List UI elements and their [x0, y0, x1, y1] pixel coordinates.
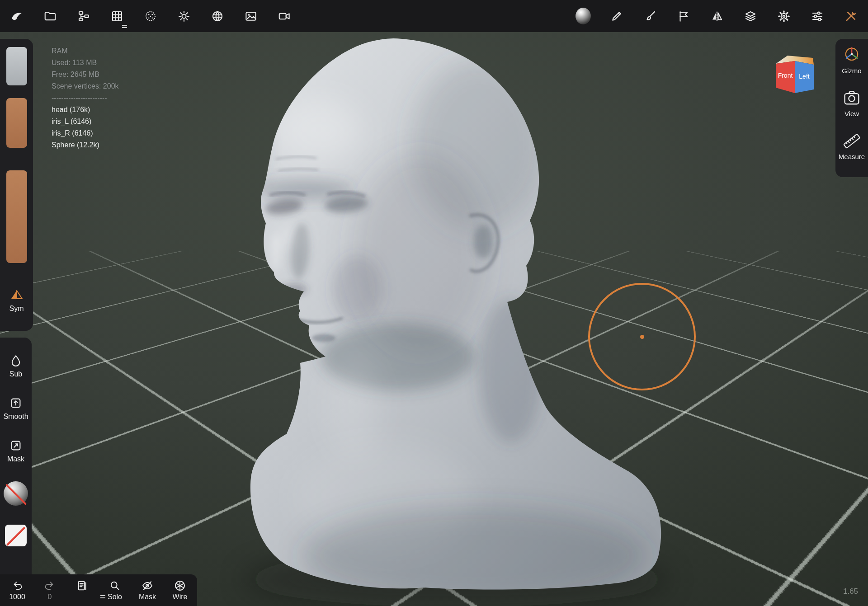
interface-button[interactable] [810, 9, 825, 24]
gizmo-orbit-icon [842, 45, 862, 65]
tools-wrench-icon [844, 9, 858, 23]
material-sphere-icon [576, 8, 591, 24]
lighting-button[interactable] [176, 9, 192, 24]
stats-ram-title: RAM [52, 45, 119, 57]
layers-icon [744, 9, 757, 23]
solo-label: Solo [108, 593, 122, 601]
brush-cursor-ring [588, 283, 696, 390]
stats-overlay: RAM Used: 113 MB Free: 2645 MB Scene ver… [52, 45, 119, 151]
view-label: View [844, 110, 859, 117]
intensity-slider[interactable] [6, 98, 27, 148]
sun-icon [177, 9, 191, 23]
brush-cursor-dot [640, 335, 644, 339]
scene-graph-icon [77, 9, 90, 23]
tools-button[interactable] [843, 9, 859, 24]
background-image-button[interactable] [243, 9, 259, 24]
measure-label: Measure [839, 153, 865, 160]
sliders-icon [811, 9, 824, 23]
view-tools-panel: Gizmo View Measure [835, 39, 868, 177]
subdivision-button[interactable]: Sub [9, 354, 23, 378]
scene-graph-button[interactable] [76, 9, 91, 24]
scene-object-iris-r: iris_R (6146) [52, 127, 119, 139]
mask-visibility-label: Mask [139, 593, 156, 601]
smooth-label: Smooth [3, 413, 28, 421]
cube-front-label: Front [778, 72, 793, 79]
stats-divider: ----------------------- [52, 92, 119, 104]
ruler-icon [842, 131, 862, 151]
undo-icon [11, 579, 24, 592]
environment-button[interactable] [210, 9, 225, 24]
grid-icon [110, 9, 124, 23]
sculpt-model[interactable] [0, 0, 868, 606]
color-disabled-swatch[interactable] [5, 525, 27, 546]
wireframe-button[interactable]: Wire [164, 579, 196, 601]
top-toolbar-right [576, 9, 859, 24]
top-toolbar [0, 0, 868, 32]
gizmo-label: Gizmo [842, 67, 861, 75]
matcap-disabled-swatch[interactable] [4, 481, 28, 506]
color-swatch-slider[interactable] [6, 170, 27, 263]
stamp-flag-icon [677, 9, 690, 23]
mask-tool-button[interactable]: Mask [7, 439, 24, 463]
undo-count: 1000 [9, 593, 25, 601]
stamp-button[interactable] [676, 9, 691, 24]
bottom-toolbar: 1000 0 Solo [0, 574, 197, 606]
measure-button[interactable]: Measure [839, 131, 865, 160]
app-logo-icon [10, 9, 24, 23]
stroke-button[interactable] [609, 9, 624, 24]
camera-record-button[interactable] [277, 9, 292, 24]
symmetry-triangle-icon [10, 288, 24, 302]
disabled-slash-icon [6, 527, 25, 546]
layers-button[interactable] [743, 9, 758, 24]
smooth-box-icon [9, 396, 23, 410]
undo-button[interactable]: 1000 [1, 579, 33, 601]
history-button[interactable] [66, 579, 99, 601]
mask-visibility-button[interactable]: Mask [131, 579, 164, 601]
symmetry-button[interactable] [709, 9, 725, 24]
solo-button[interactable]: Solo [99, 579, 131, 601]
scene-object-head: head (176k) [52, 104, 119, 116]
stats-used: Used: 113 MB [52, 57, 119, 69]
video-camera-icon [278, 9, 291, 23]
wireframe-sphere-icon [174, 579, 186, 592]
history-pages-icon [76, 579, 89, 592]
gear-icon [777, 9, 791, 23]
voxel-button[interactable] [143, 9, 158, 24]
disabled-slash-icon [5, 484, 26, 505]
symmetry-toggle[interactable]: Sym [9, 288, 24, 313]
settings-button[interactable] [776, 9, 792, 24]
droplet-icon [9, 354, 23, 367]
files-button[interactable] [42, 9, 58, 24]
painting-button[interactable] [642, 9, 658, 24]
orientation-cube[interactable]: Front Left [771, 52, 818, 98]
symmetry-label: Sym [9, 305, 24, 313]
redo-count: 0 [48, 593, 52, 601]
cube-left-label: Left [799, 73, 809, 80]
stats-vertices: Scene vertices: 200k [52, 80, 119, 92]
mask-box-icon [9, 439, 23, 452]
topology-button[interactable] [109, 9, 125, 24]
image-icon [244, 9, 258, 23]
material-button[interactable] [576, 9, 591, 24]
mirror-symmetry-icon [710, 9, 724, 23]
scene-object-iris-l: iris_L (6146) [52, 116, 119, 127]
subdivision-label: Sub [9, 370, 22, 378]
mask-tool-label: Mask [7, 455, 24, 463]
gizmo-button[interactable]: Gizmo [842, 45, 862, 75]
wireframe-label: Wire [173, 593, 188, 601]
sculpt-shortcuts-panel: Sub Smooth Mask [0, 338, 32, 584]
paintbrush-icon [643, 9, 657, 23]
app-logo-button[interactable] [9, 9, 24, 24]
radius-slider[interactable] [6, 47, 27, 85]
camera-icon [842, 88, 862, 108]
view-button[interactable]: View [842, 88, 862, 117]
smooth-button[interactable]: Smooth [3, 396, 28, 421]
brush-settings-panel: Sym [0, 39, 33, 331]
eye-off-icon [141, 579, 154, 592]
redo-button[interactable]: 0 [33, 579, 66, 601]
voxel-sphere-icon [144, 9, 157, 23]
submenu-indicator [122, 25, 127, 28]
stats-free: Free: 2645 MB [52, 69, 119, 80]
app-window: RAM Used: 113 MB Free: 2645 MB Scene ver… [0, 0, 868, 606]
magnifier-icon [108, 579, 121, 592]
